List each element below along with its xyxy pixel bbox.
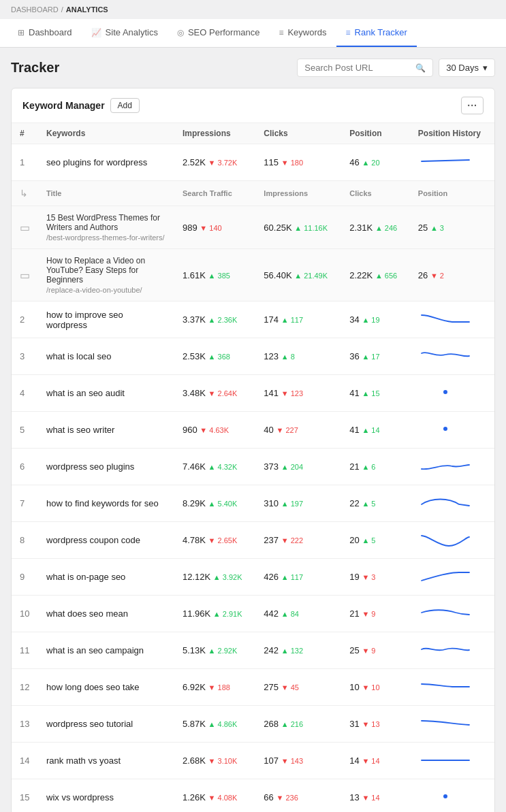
- row-number: 11: [12, 632, 38, 669]
- days-dropdown[interactable]: 30 Days ▾: [439, 59, 495, 77]
- col-header-position: Position: [341, 123, 410, 144]
- trend-cell: [410, 412, 494, 449]
- clicks-cell: 115 180: [255, 144, 341, 181]
- keyword-cell: what is an seo audit: [38, 375, 174, 412]
- row-number: 12: [12, 669, 38, 706]
- trend-cell: [410, 485, 494, 522]
- table-row: 14rank math vs yoast2.68K 3.10K107 14314…: [12, 743, 494, 779]
- col-header-keywords: Keywords: [38, 123, 174, 144]
- table-row: 6wordpress seo plugins7.46K 4.32K373 204…: [12, 449, 494, 485]
- trend-cell: [410, 596, 494, 632]
- position-cell: 10 10: [341, 669, 410, 706]
- trend-cell: [410, 302, 494, 338]
- position-cell: 22 5: [341, 485, 410, 522]
- tab-label-site-analytics: Site Analytics: [106, 27, 158, 37]
- trend-cell: [410, 559, 494, 596]
- trend-cell: [410, 144, 494, 181]
- table-row: 5what is seo writer960 4.63K40 22741 14: [12, 412, 494, 449]
- col-header-clicks: Clicks: [255, 123, 341, 144]
- sub-col-clicks: Clicks: [341, 181, 410, 206]
- col-header-position-history: Position History: [410, 123, 494, 144]
- impressions-cell: 3.48K 2.64K: [174, 375, 255, 412]
- svg-point-1: [443, 427, 447, 431]
- svg-point-0: [443, 390, 447, 394]
- tab-icon-seo-performance: ◎: [177, 28, 184, 37]
- impressions-cell: 4.78K 2.65K: [174, 522, 255, 559]
- impressions-cell: 2.68K 3.10K: [174, 743, 255, 779]
- keyword-cell: how to find keywords for seo: [38, 485, 174, 522]
- impressions-cell: 1.26K 4.08K: [174, 779, 255, 813]
- clicks-cell: 373 204: [255, 449, 341, 485]
- row-number: 5: [12, 412, 38, 449]
- clicks-cell: 174 117: [255, 302, 341, 338]
- sub-impressions: 60.25K 11.16K: [255, 206, 341, 249]
- tab-label-seo-performance: SEO Performance: [188, 27, 260, 37]
- table-row: 12how long does seo take6.92K 188275 451…: [12, 669, 494, 706]
- position-cell: 41 14: [341, 412, 410, 449]
- search-input[interactable]: [304, 63, 413, 73]
- sub-table-row: ▭15 Best WordPress Themes for Writers an…: [12, 206, 494, 249]
- keyword-cell: wordpress seo plugins: [38, 449, 174, 485]
- clicks-cell: 40 227: [255, 412, 341, 449]
- row-number: 13: [12, 706, 38, 743]
- breadcrumb-current: ANALYTICS: [66, 5, 108, 14]
- table-row: 15wix vs wordpress1.26K 4.08K66 23613 14: [12, 779, 494, 813]
- clicks-cell: 426 117: [255, 559, 341, 596]
- sub-search-traffic: 1.61K 385: [174, 249, 255, 302]
- sub-indicator: ↳: [12, 181, 38, 206]
- more-options-button[interactable]: ···: [461, 97, 484, 114]
- row-number: 6: [12, 449, 38, 485]
- table-row: 8wordpress coupon code4.78K 2.65K237 222…: [12, 522, 494, 559]
- sub-position: 25 3: [410, 206, 494, 249]
- clicks-cell: 275 45: [255, 669, 341, 706]
- impressions-cell: 11.96K 2.91K: [174, 596, 255, 632]
- table-row: 7how to find keywords for seo8.29K 5.40K…: [12, 485, 494, 522]
- impressions-cell: 960 4.63K: [174, 412, 255, 449]
- chevron-down-icon: ▾: [483, 63, 488, 73]
- trend-cell: [410, 779, 494, 813]
- article-info: How to Replace a Video on YouTube? Easy …: [38, 249, 174, 302]
- table-row: 2how to improve seo wordpress3.37K 2.36K…: [12, 302, 494, 338]
- svg-point-2: [443, 794, 447, 798]
- sub-clicks: 2.31K 246: [341, 206, 410, 249]
- row-number: 1: [12, 144, 38, 181]
- tab-keywords[interactable]: ≡Keywords: [269, 19, 336, 47]
- tab-seo-performance[interactable]: ◎SEO Performance: [168, 19, 270, 47]
- row-number: 15: [12, 779, 38, 813]
- trend-cell: [410, 449, 494, 485]
- tab-rank-tracker[interactable]: ≡Rank Tracker: [336, 19, 417, 47]
- row-number: 4: [12, 375, 38, 412]
- clicks-cell: 442 84: [255, 596, 341, 632]
- impressions-cell: 7.46K 4.32K: [174, 449, 255, 485]
- row-number: 3: [12, 338, 38, 375]
- position-cell: 34 19: [341, 302, 410, 338]
- position-cell: 14 14: [341, 743, 410, 779]
- row-number: 10: [12, 596, 38, 632]
- tabs-bar: ⊞Dashboard📈Site Analytics◎SEO Performanc…: [0, 19, 506, 48]
- keyword-cell: what does seo mean: [38, 596, 174, 632]
- sub-table-row: ▭How to Replace a Video on YouTube? Easy…: [12, 249, 494, 302]
- sub-col-position: Position: [410, 181, 494, 206]
- clicks-cell: 268 216: [255, 706, 341, 743]
- add-button[interactable]: Add: [110, 98, 140, 113]
- tab-dashboard[interactable]: ⊞Dashboard: [8, 19, 82, 47]
- impressions-cell: 2.53K 368: [174, 338, 255, 375]
- keyword-cell: rank math vs yoast: [38, 743, 174, 779]
- keyword-cell: wordpress coupon code: [38, 522, 174, 559]
- keyword-cell: seo plugins for wordpress: [38, 144, 174, 181]
- table-row: 13wordpress seo tutorial5.87K 4.86K268 2…: [12, 706, 494, 743]
- position-cell: 46 20: [341, 144, 410, 181]
- keyword-cell: what is local seo: [38, 338, 174, 375]
- trend-cell: [410, 522, 494, 559]
- search-box[interactable]: 🔍: [297, 59, 433, 77]
- trend-cell: [410, 632, 494, 669]
- sub-impressions: 56.40K 21.49K: [255, 249, 341, 302]
- trend-cell: [410, 669, 494, 706]
- sub-position: 26 2: [410, 249, 494, 302]
- tab-site-analytics[interactable]: 📈Site Analytics: [82, 19, 168, 47]
- position-cell: 19 3: [341, 559, 410, 596]
- sub-col-impressions: Impressions: [255, 181, 341, 206]
- impressions-cell: 8.29K 5.40K: [174, 485, 255, 522]
- article-icon: ▭: [12, 249, 38, 302]
- position-cell: 21 6: [341, 449, 410, 485]
